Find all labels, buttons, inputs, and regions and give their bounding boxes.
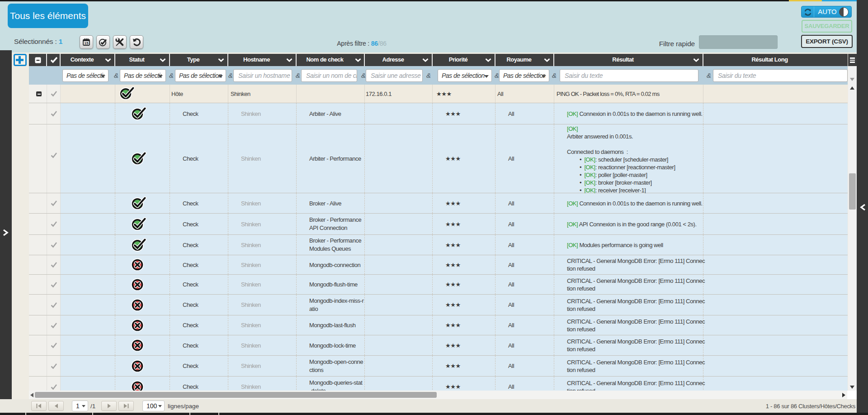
svg-text:15: 15 [85, 41, 89, 45]
